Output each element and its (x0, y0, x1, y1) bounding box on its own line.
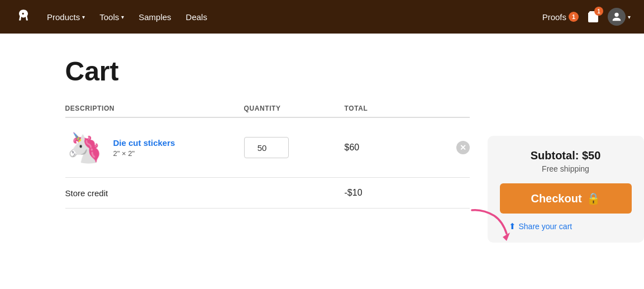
col-total: TOTAL (345, 105, 445, 112)
proofs-badge: 1 (569, 12, 579, 22)
product-cell: 🦄 Die cut stickers 2" × 2" (65, 128, 244, 167)
store-credit-label: Store credit (65, 188, 244, 198)
table-row: 🦄 Die cut stickers 2" × 2" $60 ✕ (65, 118, 470, 178)
main-content: Cart DESCRIPTION QUANTITY TOTAL 🦄 Die cu… (43, 34, 602, 276)
share-section: ⬆ Share your cart (500, 221, 632, 231)
tools-chevron-icon: ▾ (121, 14, 124, 20)
page-title: Cart (65, 56, 579, 87)
cart-section: DESCRIPTION QUANTITY TOTAL 🦄 Die cut sti… (65, 105, 470, 209)
col-description: DESCRIPTION (65, 105, 244, 112)
user-chevron-icon: ▾ (628, 14, 631, 20)
nav-products[interactable]: Products ▾ (41, 9, 90, 25)
cart-table-header: DESCRIPTION QUANTITY TOTAL (65, 105, 470, 118)
share-cart-link[interactable]: ⬆ Share your cart (509, 221, 573, 231)
nav-deals[interactable]: Deals (180, 9, 213, 25)
checkout-button[interactable]: Checkout 🔒 (500, 183, 632, 214)
svg-point-1 (614, 13, 618, 17)
shipping-label: Free shipping (500, 164, 632, 173)
store-credit-row: Store credit -$10 (65, 178, 470, 209)
page-layout: DESCRIPTION QUANTITY TOTAL 🦄 Die cut sti… (65, 105, 579, 243)
cart-badge: 1 (594, 7, 603, 16)
subtotal-label: Subtotal: $50 (500, 149, 632, 162)
price-cell: $60 (345, 143, 445, 153)
remove-button[interactable]: ✕ (456, 141, 470, 154)
quantity-input[interactable] (244, 137, 289, 158)
order-summary-sidebar: Subtotal: $50 Free shipping Checkout 🔒 ⬆… (488, 136, 644, 243)
product-info: Die cut stickers 2" × 2" (113, 138, 175, 158)
nav-tools[interactable]: Tools ▾ (94, 9, 130, 25)
main-nav: Products ▾ Tools ▾ Samples Deals Proofs … (0, 0, 644, 34)
nav-samples[interactable]: Samples (133, 9, 176, 25)
proofs-button[interactable]: Proofs 1 (542, 12, 579, 22)
lock-icon: 🔒 (586, 192, 600, 205)
avatar (608, 8, 626, 26)
product-size: 2" × 2" (113, 149, 175, 158)
store-credit-amount: -$10 (345, 188, 445, 198)
user-menu-button[interactable]: ▾ (608, 8, 631, 26)
product-image: 🦄 (65, 128, 104, 167)
products-chevron-icon: ▾ (82, 14, 85, 20)
logo[interactable] (13, 7, 34, 27)
arrow-decoration (466, 205, 517, 244)
nav-right: Proofs 1 1 ▾ (542, 8, 631, 26)
cart-button[interactable]: 1 (586, 10, 600, 23)
col-quantity: QUANTITY (244, 105, 345, 112)
quantity-cell (244, 137, 345, 158)
product-name-link[interactable]: Die cut stickers (113, 138, 175, 148)
